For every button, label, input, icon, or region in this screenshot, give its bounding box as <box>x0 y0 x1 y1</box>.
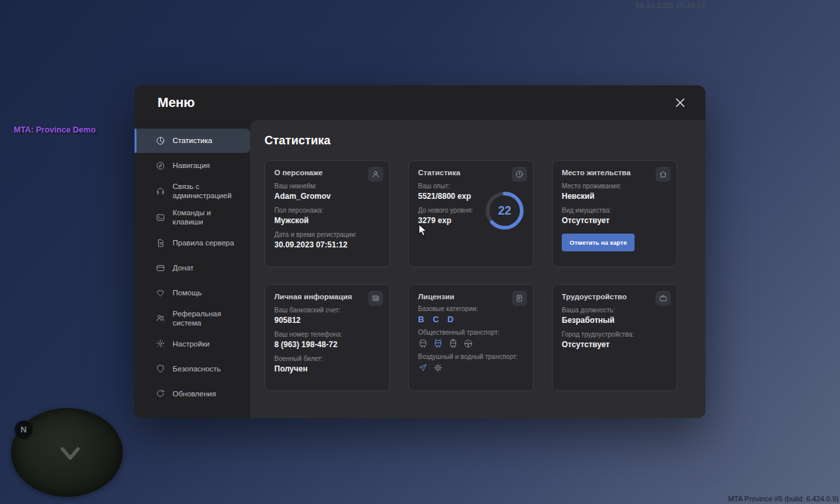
sidebar-item-help[interactable]: Помощь <box>135 281 250 305</box>
card-licenses: Лицензии Базовые категории: B C D Общест… <box>408 284 534 391</box>
sidebar-item-settings[interactable]: Настройки <box>135 331 250 356</box>
field-label: Место проживания: <box>562 182 667 190</box>
close-icon <box>675 97 686 108</box>
player-marker-icon <box>57 445 83 463</box>
field-label: Базовые категории: <box>418 305 524 312</box>
field-label: Город трудоустройства: <box>562 331 667 338</box>
sidebar-item-label: Помощь <box>173 288 201 297</box>
menu-modal: Меню Статистика Навигация Связь с админи… <box>135 85 705 418</box>
build-info: MTA Province #5 (build: 6.424.0.9) <box>728 495 839 503</box>
field-value: Adam_Gromov <box>274 192 380 201</box>
sidebar-item-rules[interactable]: Правила сервера <box>135 231 250 255</box>
card-stats: Статистика Ваш опыт: 5521/8800 exp До но… <box>408 160 534 267</box>
field-value: Отсутствует <box>562 340 667 349</box>
sidebar-item-label: Статистика <box>173 136 212 145</box>
shield-icon <box>156 364 165 373</box>
menu-title: Меню <box>158 95 195 110</box>
sidebar-item-label: Навигация <box>173 161 210 170</box>
card-title: Лицензии <box>418 293 524 301</box>
field-value: 8 (963) 198-48-72 <box>274 340 380 349</box>
field-label: Ваш банковский счет: <box>274 306 380 314</box>
sidebar-item-label: Правила сервера <box>173 238 234 247</box>
terminal-icon <box>156 213 165 222</box>
sidebar-item-label: Настройки <box>173 339 209 348</box>
modal-body: Статистика Навигация Связь с администрац… <box>135 120 705 418</box>
mouse-cursor <box>418 224 429 237</box>
card-icon <box>156 263 165 273</box>
sidebar-item-commands[interactable]: Команды и клавиши <box>135 205 250 230</box>
field-label: Общественный транспорт: <box>418 329 524 336</box>
ship-helm-icon <box>433 363 443 373</box>
heart-icon <box>156 288 165 298</box>
field-label: Дата и время регистрации: <box>274 231 380 238</box>
card-employment: Трудоустройство Ваша должность: Безработ… <box>552 284 677 391</box>
sidebar-item-label: Связь с администрацией <box>173 182 238 201</box>
modal-header: Меню <box>135 85 705 120</box>
field-value: Безработный <box>562 316 667 325</box>
history-clock-icon <box>512 167 527 182</box>
field-value: 30.09.2023 07:51:12 <box>274 240 380 249</box>
field-label: Воздушный и водный транспорт: <box>418 353 524 360</box>
card-title: Личная информация <box>274 293 380 301</box>
sidebar-item-updates[interactable]: Обновления <box>135 381 250 406</box>
card-title: Место жительства <box>562 169 667 177</box>
headset-icon <box>156 186 165 196</box>
field-value: Отсутствует <box>562 216 667 225</box>
license-categories: B C D <box>418 314 524 324</box>
sidebar-item-security[interactable]: Безопасность <box>135 356 250 381</box>
sidebar-item-donate[interactable]: Донат <box>135 256 250 280</box>
person-icon <box>368 167 383 182</box>
sidebar-item-admin-contact[interactable]: Связь с администрацией <box>135 178 250 204</box>
card-title: О персонаже <box>274 169 380 177</box>
card-title: Статистика <box>418 169 524 177</box>
id-card-icon <box>368 291 383 306</box>
compass-icon <box>156 161 165 171</box>
level-value: 22 <box>485 191 524 230</box>
plane-icon <box>418 363 428 373</box>
sidebar-item-label: Обновления <box>173 389 216 398</box>
stats-icon <box>156 136 165 146</box>
field-label: Военный билет: <box>274 355 380 362</box>
card-residence: Место жительства Место проживания: Невск… <box>552 160 677 267</box>
field-value: Получен <box>274 364 380 373</box>
tram-icon <box>448 339 458 348</box>
air-water-licenses <box>418 363 524 373</box>
trolleybus-icon <box>433 339 443 348</box>
public-transport-licenses <box>418 339 524 348</box>
people-icon <box>156 313 165 323</box>
field-label: Ваш опыт: <box>418 182 524 190</box>
steering-wheel-icon <box>463 339 473 348</box>
sidebar-item-label: Реферальная система <box>173 309 238 328</box>
category-d: D <box>448 314 453 324</box>
refresh-icon <box>156 388 165 398</box>
sidebar-item-navigation[interactable]: Навигация <box>135 154 250 178</box>
field-label: Ваша должность: <box>562 306 667 314</box>
cards-grid: О персонаже Ваш никнейм: Adam_Gromov Пол… <box>264 160 691 391</box>
close-button[interactable] <box>670 93 690 113</box>
brand-watermark: MTA: Province Demo <box>14 125 96 135</box>
compass-north-badge: N <box>15 421 32 438</box>
gear-icon <box>156 339 165 348</box>
field-label: Ваш номер телефона: <box>274 331 380 338</box>
card-personal: Личная информация Ваш банковский счет: 9… <box>264 284 390 391</box>
license-doc-icon <box>512 291 527 306</box>
field-value: 905812 <box>274 316 380 325</box>
category-b: B <box>418 314 424 324</box>
card-title: Трудоустройство <box>562 293 667 301</box>
hud-timestamp: 08.10.2025 15:16:16 <box>635 1 705 9</box>
sidebar-item-statistics[interactable]: Статистика <box>135 129 250 153</box>
mark-on-map-button[interactable]: Отметить на карте <box>562 234 635 251</box>
page-title: Статистика <box>264 134 691 148</box>
card-character: О персонаже Ваш никнейм: Adam_Gromov Пол… <box>264 160 390 267</box>
field-label: Ваш никнейм: <box>274 182 380 190</box>
field-label: Вид имущества: <box>562 207 667 214</box>
sidebar-item-label: Безопасность <box>173 364 220 373</box>
sidebar-item-referral[interactable]: Реферальная система <box>135 306 250 331</box>
content-panel: Статистика О персонаже Ваш никнейм: Adam… <box>250 120 705 418</box>
briefcase-icon <box>656 291 671 306</box>
field-value: Невский <box>562 192 667 201</box>
document-icon <box>156 238 165 248</box>
home-icon <box>656 167 671 182</box>
field-label: Пол персонажа: <box>274 207 380 214</box>
bus-icon <box>418 339 428 348</box>
